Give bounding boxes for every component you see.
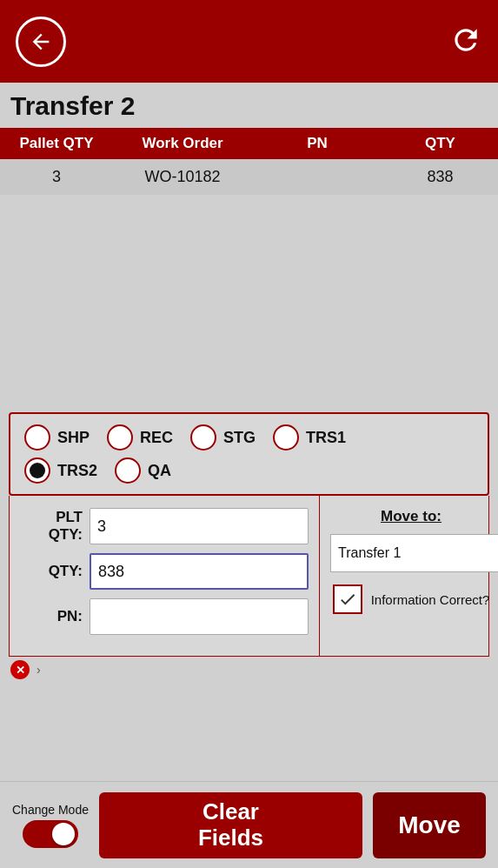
error-chevron-icon: ›	[37, 663, 41, 677]
page-title: Transfer 2	[0, 83, 498, 128]
col-header-work-order: Work Order	[113, 128, 252, 159]
change-mode-label: Change Mode	[12, 803, 89, 817]
radio-rec[interactable]: REC	[107, 424, 173, 451]
pn-label: PN:	[20, 608, 83, 625]
form-section: PLT QTY: QTY: PN: Move to:	[9, 496, 489, 657]
radio-label-stg: STG	[223, 429, 256, 447]
radio-group: SHP REC STG TRS1 TRS2 QA	[9, 412, 489, 496]
dropdown-container	[330, 534, 492, 572]
radio-circle-qa	[115, 457, 141, 484]
radio-trs2[interactable]: TRS2	[24, 457, 97, 484]
radio-circle-rec	[107, 424, 133, 451]
header	[0, 0, 498, 83]
col-header-pallet-qty: Pallet QTY	[0, 128, 113, 159]
plt-qty-input[interactable]	[90, 508, 309, 544]
radio-row-2: TRS2 QA	[24, 457, 474, 484]
error-icon: ✕	[10, 660, 30, 679]
form-right: Move to: Information Correct?	[320, 496, 498, 656]
back-button[interactable]	[16, 17, 66, 67]
qty-label: QTY:	[20, 563, 83, 580]
cell-pn	[252, 159, 382, 195]
info-correct-label: Information Correct?	[371, 592, 490, 607]
change-mode-section: Change Mode	[12, 803, 89, 848]
content-spacer	[0, 195, 498, 412]
pn-input[interactable]	[90, 598, 309, 635]
data-table: Pallet QTY Work Order PN QTY 3 WO-10182 …	[0, 128, 498, 195]
toggle-thumb	[52, 823, 75, 845]
bottom-bar: Change Mode ClearFields Move	[0, 781, 498, 868]
radio-label-rec: REC	[140, 429, 173, 447]
form-left: PLT QTY: QTY: PN:	[10, 496, 320, 656]
plt-qty-label: PLT QTY:	[20, 509, 83, 544]
move-to-label: Move to:	[381, 508, 442, 525]
plt-qty-field: PLT QTY:	[20, 508, 309, 544]
info-correct-checkbox[interactable]	[333, 584, 362, 614]
cell-qty: 838	[382, 159, 498, 195]
qty-input[interactable]	[90, 553, 309, 590]
radio-circle-trs1	[273, 424, 299, 451]
change-mode-toggle[interactable]	[23, 820, 78, 848]
radio-stg[interactable]: STG	[190, 424, 256, 451]
radio-trs1[interactable]: TRS1	[273, 424, 346, 451]
error-row: ✕ ›	[0, 657, 498, 683]
move-button[interactable]: Move	[373, 792, 486, 858]
radio-label-trs2: TRS2	[57, 462, 97, 480]
refresh-icon	[449, 23, 482, 57]
radio-circle-shp	[24, 424, 50, 451]
radio-row-1: SHP REC STG TRS1	[24, 424, 474, 451]
table-header: Pallet QTY Work Order PN QTY	[0, 128, 498, 159]
move-to-dropdown-input[interactable]	[330, 534, 498, 572]
col-header-pn: PN	[252, 128, 382, 159]
clear-fields-button[interactable]: ClearFields	[99, 792, 362, 858]
checkmark-icon	[338, 590, 357, 609]
qty-field: QTY:	[20, 553, 309, 590]
pn-field: PN:	[20, 598, 309, 635]
refresh-button[interactable]	[449, 23, 482, 60]
cell-work-order: WO-10182	[113, 159, 252, 195]
radio-circle-stg	[190, 424, 216, 451]
radio-shp[interactable]: SHP	[24, 424, 90, 451]
table-row: 3 WO-10182 838	[0, 159, 498, 195]
radio-label-shp: SHP	[57, 429, 90, 447]
back-arrow-icon	[29, 30, 53, 54]
info-correct-row: Information Correct?	[333, 584, 490, 614]
radio-label-trs1: TRS1	[306, 429, 346, 447]
radio-qa[interactable]: QA	[115, 457, 171, 484]
col-header-qty: QTY	[382, 128, 498, 159]
cell-pallet-qty: 3	[0, 159, 113, 195]
radio-label-qa: QA	[148, 462, 171, 480]
radio-circle-trs2	[24, 457, 50, 484]
